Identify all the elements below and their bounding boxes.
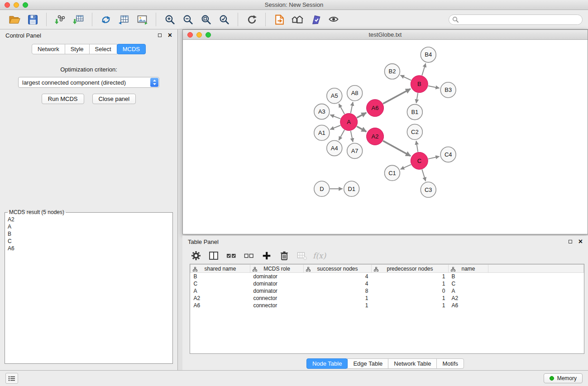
edge-A6-B[interactable] bbox=[383, 89, 411, 104]
node-C1[interactable]: C1 bbox=[385, 165, 400, 181]
node-B1[interactable]: B1 bbox=[407, 105, 422, 120]
float-table-panel-icon[interactable] bbox=[569, 240, 572, 243]
mcds-result-item[interactable]: B bbox=[5, 230, 172, 238]
edge-B-B3[interactable] bbox=[428, 86, 440, 88]
node-A5[interactable]: A5 bbox=[327, 88, 342, 104]
add-column-button[interactable] bbox=[258, 249, 275, 262]
edge-B-B4[interactable] bbox=[422, 63, 425, 76]
edge-C-C2[interactable] bbox=[416, 141, 418, 152]
function-builder-button[interactable]: f(x) bbox=[311, 249, 328, 262]
close-panel-button[interactable]: Close panel bbox=[92, 94, 136, 104]
node-A8[interactable]: A8 bbox=[347, 86, 363, 101]
node-A2[interactable]: A2 bbox=[367, 128, 384, 145]
document-button[interactable] bbox=[270, 11, 288, 28]
tab-select[interactable]: Select bbox=[89, 44, 117, 54]
tab-style[interactable]: Style bbox=[65, 44, 90, 54]
edge-A-A6[interactable] bbox=[357, 113, 366, 118]
delete-table-button[interactable] bbox=[293, 249, 311, 262]
tab-motifs[interactable]: Motifs bbox=[436, 358, 464, 369]
edge-A-A8[interactable] bbox=[351, 102, 353, 113]
memory-button[interactable]: Memory bbox=[544, 373, 583, 383]
show-columns-button[interactable] bbox=[205, 249, 222, 262]
minimize-network-button[interactable] bbox=[196, 32, 202, 38]
import-table-button[interactable] bbox=[69, 11, 87, 28]
show-panel-button[interactable] bbox=[5, 373, 18, 384]
node-D[interactable]: D bbox=[314, 181, 330, 196]
optimization-criterion-dropdown[interactable]: largest connected component (directed) bbox=[18, 77, 159, 88]
run-mcds-button[interactable]: Run MCDS bbox=[42, 94, 84, 104]
network-view[interactable]: B4B2BB3A5A8A6A3B1AC2A1A2A4A7C4CC1DD1C3 bbox=[183, 40, 588, 234]
node-B[interactable]: B bbox=[411, 76, 428, 93]
close-panel-icon[interactable]: × bbox=[168, 32, 172, 39]
homes-button[interactable] bbox=[288, 11, 306, 28]
node-A7[interactable]: A7 bbox=[347, 143, 363, 158]
edge-A-A7[interactable] bbox=[351, 131, 353, 142]
edge-C-C4[interactable] bbox=[428, 157, 440, 159]
new-table-button[interactable] bbox=[115, 11, 133, 28]
edge-B-B1[interactable] bbox=[416, 93, 418, 103]
table-settings-button[interactable] bbox=[187, 249, 205, 262]
node-C3[interactable]: C3 bbox=[421, 182, 436, 197]
close-network-button[interactable] bbox=[187, 32, 193, 38]
node-C4[interactable]: C4 bbox=[440, 147, 456, 162]
column-header-name[interactable]: name bbox=[449, 265, 488, 273]
search-input[interactable] bbox=[449, 14, 583, 25]
eye-button[interactable] bbox=[325, 11, 343, 28]
mcds-result-item[interactable]: C bbox=[5, 238, 172, 245]
minimize-window-button[interactable] bbox=[14, 2, 19, 8]
edge-C-C1[interactable] bbox=[401, 165, 411, 170]
node-B4[interactable]: B4 bbox=[421, 47, 436, 62]
flag-button[interactable] bbox=[306, 11, 325, 28]
node-C2[interactable]: C2 bbox=[407, 124, 422, 140]
node-A1[interactable]: A1 bbox=[314, 125, 330, 141]
edge-A-A1[interactable] bbox=[330, 125, 340, 129]
column-header-predecessor-nodes[interactable]: predecessor nodes bbox=[372, 265, 449, 273]
tab-network-table[interactable]: Network Table bbox=[388, 358, 437, 369]
table-row[interactable]: A2connector11A2 bbox=[191, 295, 584, 302]
column-header-successor-nodes[interactable]: successor nodes bbox=[304, 265, 372, 273]
close-window-button[interactable] bbox=[5, 2, 10, 8]
new-network-button[interactable] bbox=[97, 11, 115, 28]
tab-node-table[interactable]: Node Table bbox=[306, 358, 348, 369]
node-A[interactable]: A bbox=[340, 114, 358, 131]
node-A6[interactable]: A6 bbox=[367, 100, 384, 117]
zoom-out-button[interactable] bbox=[179, 11, 197, 28]
zoom-network-button[interactable] bbox=[206, 32, 211, 38]
edge-A-A5[interactable] bbox=[339, 104, 344, 114]
network-canvas[interactable]: B4B2BB3A5A8A6A3B1AC2A1A2A4A7C4CC1DD1C3 bbox=[183, 40, 588, 234]
table-row[interactable]: Adominator80A bbox=[191, 287, 584, 295]
export-image-button[interactable] bbox=[133, 11, 151, 28]
table-row[interactable]: Bdominator41B bbox=[191, 273, 584, 280]
edge-C-C3[interactable] bbox=[422, 169, 425, 181]
delete-column-button[interactable] bbox=[275, 249, 293, 262]
table-row[interactable]: A6connector11A6 bbox=[191, 302, 584, 309]
zoom-in-button[interactable] bbox=[161, 11, 179, 28]
close-table-panel-icon[interactable]: × bbox=[578, 238, 583, 245]
unselect-all-button[interactable] bbox=[240, 249, 258, 262]
import-network-button[interactable] bbox=[51, 11, 69, 28]
mcds-result-item[interactable]: A2 bbox=[5, 216, 172, 223]
edge-A2-C[interactable] bbox=[383, 141, 411, 156]
mcds-result-item[interactable]: A bbox=[5, 223, 172, 230]
edge-A-A4[interactable] bbox=[339, 130, 344, 140]
fullscreen-window-button[interactable] bbox=[23, 2, 28, 8]
column-header-MCDS-role[interactable]: MCDS role bbox=[250, 265, 304, 273]
zoom-selected-button[interactable] bbox=[215, 11, 233, 28]
node-A3[interactable]: A3 bbox=[314, 104, 330, 119]
column-header-shared-name[interactable]: shared name bbox=[191, 265, 250, 273]
edge-A-A3[interactable] bbox=[330, 115, 340, 119]
edge-A-A2[interactable] bbox=[357, 126, 366, 132]
node-B2[interactable]: B2 bbox=[385, 64, 400, 79]
node-C[interactable]: C bbox=[411, 152, 428, 169]
mcds-result-item[interactable]: A6 bbox=[5, 245, 172, 252]
node-D1[interactable]: D1 bbox=[344, 181, 359, 196]
dropdown-stepper-icon[interactable] bbox=[150, 78, 158, 87]
table-row[interactable]: Cdominator41C bbox=[191, 280, 584, 287]
tab-edge-table[interactable]: Edge Table bbox=[347, 358, 388, 369]
tab-mcds[interactable]: MCDS bbox=[117, 44, 146, 54]
float-panel-icon[interactable] bbox=[158, 33, 162, 37]
tab-network[interactable]: Network bbox=[32, 44, 65, 54]
node-A4[interactable]: A4 bbox=[327, 140, 342, 156]
save-session-button[interactable] bbox=[24, 11, 42, 28]
node-B3[interactable]: B3 bbox=[440, 82, 456, 98]
